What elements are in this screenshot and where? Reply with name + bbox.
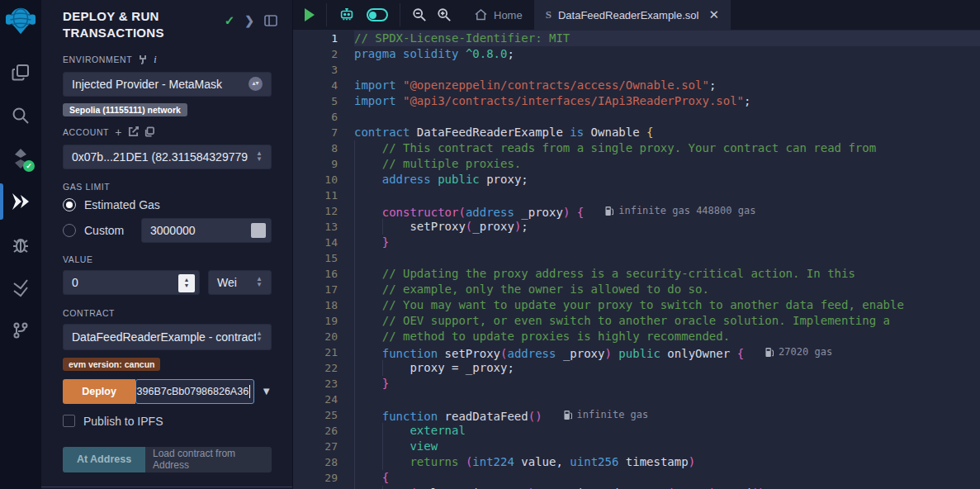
line-number[interactable]: 3: [293, 62, 354, 78]
line-number[interactable]: 12: [293, 203, 354, 219]
code-line[interactable]: [354, 62, 980, 78]
code-line[interactable]: // Updating the proxy address is a secur…: [354, 266, 980, 282]
line-number[interactable]: 22: [293, 360, 354, 376]
gas-spinner-icon[interactable]: [251, 223, 266, 238]
code-line[interactable]: import "@api3/contracts/interfaces/IApi3…: [354, 93, 980, 109]
contract-select[interactable]: DataFeedReaderExample - contracts ▲▼: [63, 324, 272, 350]
info-icon[interactable]: i: [154, 54, 157, 66]
code-line[interactable]: address public proxy;: [354, 172, 980, 188]
line-number[interactable]: 5: [293, 93, 354, 109]
line-number[interactable]: 7: [293, 125, 354, 140]
code-editor[interactable]: 1234567891011121314151617181920212223242…: [293, 30, 980, 489]
line-number[interactable]: 1: [293, 31, 354, 46]
code-line[interactable]: setProxy(_proxy);: [354, 219, 980, 235]
code-line[interactable]: pragma solidity ^0.8.0;: [354, 46, 980, 62]
line-number[interactable]: 4: [293, 78, 354, 93]
line-number[interactable]: 15: [293, 250, 354, 266]
estimated-gas-radio[interactable]: [63, 198, 76, 211]
line-number[interactable]: 19: [293, 313, 354, 329]
close-tab-icon[interactable]: ✕: [708, 7, 719, 22]
deploy-button[interactable]: Deploy: [63, 379, 135, 404]
value-unit-select[interactable]: Wei ▲▼: [208, 270, 272, 295]
sidebar-item-search[interactable]: [0, 94, 41, 137]
line-number[interactable]: 16: [293, 266, 354, 282]
code-line[interactable]: }: [354, 376, 980, 392]
edit-icon[interactable]: [128, 126, 139, 137]
at-address-button[interactable]: At Address: [63, 447, 145, 472]
code-line[interactable]: view: [354, 439, 980, 454]
remix-logo-icon[interactable]: [5, 5, 36, 36]
code-line[interactable]: // SPDX-License-Identifier: MIT: [354, 31, 980, 46]
sidebar-item-deploy-run[interactable]: [0, 180, 41, 223]
line-number[interactable]: 18: [293, 297, 354, 313]
line-number[interactable]: 21: [293, 344, 354, 360]
code-line[interactable]: }: [354, 235, 980, 250]
line-number[interactable]: 30: [293, 486, 354, 489]
code-line[interactable]: // You may want to update your proxy to …: [354, 297, 980, 313]
code-line[interactable]: [354, 250, 980, 266]
line-number[interactable]: 23: [293, 376, 354, 392]
add-account-icon[interactable]: +: [115, 126, 122, 139]
line-number[interactable]: 29: [293, 470, 354, 486]
environment-select[interactable]: Injected Provider - MetaMask ▴▾: [63, 72, 272, 97]
custom-gas-radio[interactable]: [63, 224, 76, 237]
line-number[interactable]: 2: [293, 46, 354, 62]
line-number[interactable]: 14: [293, 235, 354, 250]
copilot-toggle[interactable]: [367, 8, 388, 21]
sidebar-item-file-explorer[interactable]: [0, 51, 41, 94]
pin-panel-icon[interactable]: [264, 15, 277, 26]
code-line[interactable]: // multiple proxies.: [354, 156, 980, 172]
code-line[interactable]: function setProxy(address _proxy) public…: [354, 344, 980, 360]
publish-ipfs-checkbox[interactable]: [63, 415, 75, 427]
expand-args-chevron-icon[interactable]: ▼: [261, 385, 272, 397]
sidebar-item-static-analysis[interactable]: [0, 266, 41, 309]
code-line[interactable]: [354, 188, 980, 203]
plug-icon[interactable]: [138, 55, 148, 64]
sidebar-item-git[interactable]: [0, 309, 41, 352]
line-number[interactable]: 6: [293, 109, 354, 125]
code-line[interactable]: // OEV support, or even switch to anothe…: [354, 313, 980, 329]
tab-datafeedreaderexample[interactable]: S DataFeedReaderExample.sol ✕: [534, 0, 731, 30]
account-select[interactable]: 0x07b...21DE1 (82.311584329779 ▲▼: [63, 145, 272, 169]
ai-copilot-robot-icon[interactable]: [339, 7, 355, 23]
zoom-out-icon[interactable]: [412, 7, 427, 22]
line-number[interactable]: 26: [293, 423, 354, 439]
line-number[interactable]: 20: [293, 329, 354, 344]
publish-ipfs-row[interactable]: Publish to IPFS: [63, 415, 272, 428]
code-line[interactable]: function readDataFeed()infinite gas: [354, 407, 980, 423]
tab-home[interactable]: Home: [463, 0, 534, 30]
line-number[interactable]: 8: [293, 140, 354, 156]
line-number[interactable]: 9: [293, 156, 354, 172]
code-line[interactable]: {: [354, 470, 980, 486]
custom-gas-option[interactable]: Custom 3000000: [63, 218, 272, 243]
line-number[interactable]: 11: [293, 188, 354, 203]
line-number[interactable]: 27: [293, 439, 354, 454]
code-line[interactable]: // method to update proxies is highly re…: [354, 329, 980, 344]
sidebar-item-solidity-compiler[interactable]: ✓: [0, 137, 41, 180]
line-number[interactable]: 17: [293, 282, 354, 297]
line-number[interactable]: 25: [293, 407, 354, 423]
line-number[interactable]: 24: [293, 392, 354, 407]
code-line[interactable]: [354, 109, 980, 125]
code-line[interactable]: proxy = _proxy;: [354, 360, 980, 376]
sidebar-item-debugger[interactable]: [0, 223, 41, 266]
value-input[interactable]: 0 ▲▼: [63, 270, 200, 295]
code-line[interactable]: returns (int224 value, uint256 timestamp…: [354, 454, 980, 470]
code-line[interactable]: import "@openzeppelin/contracts/access/O…: [354, 78, 980, 93]
code-line[interactable]: contract DataFeedReaderExample is Ownabl…: [354, 125, 980, 140]
value-spinner-icon[interactable]: ▲▼: [178, 274, 195, 292]
code-line[interactable]: // example, only the owner is allowed to…: [354, 282, 980, 297]
constructor-args-input[interactable]: 0947396B7cBb07986826A36: [135, 379, 254, 404]
code-line[interactable]: // This contract reads from a single pro…: [354, 140, 980, 156]
line-number[interactable]: 13: [293, 219, 354, 235]
code-line[interactable]: (value, timestamp) = IApi3ReaderProxy(pr…: [354, 486, 980, 489]
code-line[interactable]: [354, 392, 980, 407]
code-line[interactable]: constructor(address _proxy) {infinite ga…: [354, 203, 980, 219]
copy-icon[interactable]: [144, 126, 154, 137]
run-script-play-button[interactable]: [305, 8, 315, 21]
line-number[interactable]: 28: [293, 454, 354, 470]
at-address-input[interactable]: Load contract from Address: [145, 447, 272, 472]
panel-collapse-chevron-icon[interactable]: ❯: [244, 14, 254, 27]
estimated-gas-option[interactable]: Estimated Gas: [63, 198, 272, 211]
line-number[interactable]: 10: [293, 172, 354, 188]
